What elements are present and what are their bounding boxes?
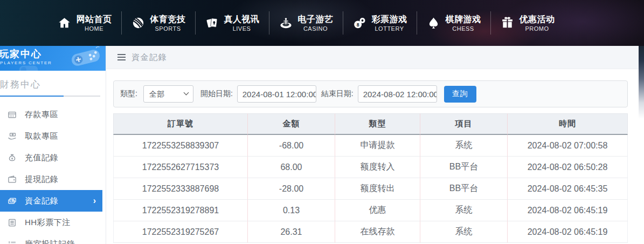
table-row: 1722552319275267 26.31 在线存款 系统 2024-08-0… bbox=[113, 221, 628, 243]
section-underline bbox=[0, 96, 100, 97]
cell-time: 2024-08-02 06:45:19 bbox=[508, 200, 628, 221]
sidebar-item-withdrawal-record[interactable]: 提現記錄 bbox=[0, 168, 102, 190]
cell-type: 在线存款 bbox=[335, 221, 420, 243]
billiard-balls-icon: 8 bbox=[352, 16, 367, 30]
table-row: 1722552333887698 -28.00 额度转出 BB平台 2024-0… bbox=[113, 178, 628, 200]
recharge-record-icon bbox=[8, 153, 17, 162]
sports-ball-icon bbox=[131, 16, 146, 30]
nav-label-en: PROMO bbox=[525, 25, 549, 32]
cell-order-no: 1722552319275267 bbox=[113, 221, 248, 243]
nav-item-lottery[interactable]: 8 彩票游戏 LOTTERY bbox=[343, 8, 417, 39]
page-title: 資金記錄 bbox=[131, 52, 167, 63]
cell-item: 系统 bbox=[420, 221, 508, 243]
nav-label-en: LOTTERY bbox=[375, 25, 404, 32]
nav-item-home[interactable]: 网站首页 HOME bbox=[47, 8, 121, 39]
room-bet-record-icon bbox=[8, 240, 17, 244]
nav-label-zh: 彩票游戏 bbox=[372, 14, 407, 24]
nav-label-en: SPORTS bbox=[155, 25, 181, 32]
sidebar-item-withdraw-zone[interactable]: 取款專區 bbox=[0, 125, 102, 147]
nav-label-zh: 网站首页 bbox=[77, 14, 112, 24]
nav-item-sports[interactable]: 体育竞技 SPORTS bbox=[121, 8, 195, 39]
home-icon bbox=[57, 16, 72, 30]
cell-type: 额度转入 bbox=[335, 157, 420, 178]
nav-label-zh: 优惠活动 bbox=[520, 14, 555, 24]
nav-item-lives[interactable]: 真人视讯 LIVES bbox=[195, 8, 269, 39]
cell-amount: 0.13 bbox=[248, 200, 335, 221]
finance-center-section-label: 財務中心 bbox=[0, 78, 106, 91]
nav-label-zh: 棋牌游戏 bbox=[446, 14, 481, 24]
start-date-label: 開始日期: bbox=[200, 89, 233, 99]
end-date-label: 結束日期: bbox=[321, 89, 354, 99]
table-row: 1722553258839307 -68.00 申请提款 系统 2024-08-… bbox=[113, 135, 628, 157]
column-header-type: 類型 bbox=[335, 113, 420, 135]
type-select[interactable]: 全部 bbox=[143, 85, 193, 103]
nav-item-casino[interactable]: 电子游艺 CASINO bbox=[269, 8, 343, 39]
svg-text:8: 8 bbox=[356, 22, 359, 28]
cell-time: 2024-08-02 06:45:19 bbox=[508, 221, 628, 243]
nav-label-zh: 真人视讯 bbox=[224, 14, 260, 24]
type-label: 類型: bbox=[120, 89, 137, 99]
cell-order-no: 1722553258839307 bbox=[113, 135, 248, 157]
roulette-icon bbox=[279, 16, 293, 30]
cell-amount: -28.00 bbox=[248, 178, 335, 200]
type-select-wrap: 全部 bbox=[143, 85, 193, 103]
cell-item: BB平台 bbox=[420, 157, 508, 178]
withdrawal-record-icon bbox=[8, 175, 17, 184]
players-center-header: 玩家中心 PLAYERS CENTER bbox=[0, 46, 106, 71]
breadcrumb-bar: 資金記錄 bbox=[106, 46, 639, 69]
search-button[interactable]: 查詢 bbox=[444, 86, 476, 103]
nav-label-en: CHESS bbox=[452, 25, 474, 32]
cell-time: 2024-08-02 06:50:28 bbox=[508, 157, 628, 178]
sidebar-item-deposit-zone[interactable]: 存款專區 bbox=[0, 104, 102, 125]
top-nav: 网站首页 HOME 体育竞技 SPORTS 真人视讯 LIVES bbox=[0, 0, 644, 46]
gift-icon bbox=[500, 16, 515, 30]
nav-label-en: LIVES bbox=[233, 25, 251, 32]
funds-record-table: 訂單號 金額 類型 項目 時間 1722553258839307 -68.00 … bbox=[113, 113, 628, 243]
deposit-zone-icon bbox=[8, 110, 17, 119]
lottery-bet-icon bbox=[8, 218, 17, 227]
nav-label-zh: 体育竞技 bbox=[150, 14, 186, 24]
column-header-order-no: 訂單號 bbox=[113, 113, 248, 135]
column-header-item: 項目 bbox=[420, 113, 508, 135]
sidebar-item-funds-record[interactable]: 資金記錄 › bbox=[0, 190, 102, 212]
cell-order-no: 1722552319278891 bbox=[113, 200, 248, 221]
playing-cards-icon bbox=[205, 16, 219, 30]
start-date-input[interactable] bbox=[237, 85, 316, 103]
sidebar-menu: 存款專區 取款專區 充值記錄 提現記錄 bbox=[0, 104, 106, 244]
cell-amount: 26.31 bbox=[248, 221, 335, 243]
page-background-strip bbox=[639, 46, 644, 119]
table-row: 1722552627715373 68.00 额度转入 BB平台 2024-08… bbox=[113, 157, 628, 178]
sidebar-item-label: 資金記錄 bbox=[25, 196, 58, 206]
cell-item: 系统 bbox=[420, 200, 508, 221]
sidebar-item-label: 取款專區 bbox=[25, 131, 58, 141]
cell-amount: -68.00 bbox=[248, 135, 335, 157]
cell-time: 2024-08-02 06:45:35 bbox=[508, 178, 628, 200]
nav-item-chess[interactable]: 棋牌游戏 CHESS bbox=[417, 8, 490, 39]
gamepad-watermark-icon bbox=[17, 62, 40, 71]
cell-type: 额度转出 bbox=[335, 178, 420, 200]
nav-item-promo[interactable]: 优惠活动 PROMO bbox=[490, 8, 564, 39]
menu-toggle-icon[interactable] bbox=[117, 54, 126, 60]
sidebar-item-hh-lottery-bet[interactable]: HH彩票下注 bbox=[0, 212, 102, 233]
column-header-time: 時間 bbox=[508, 113, 628, 135]
cell-order-no: 1722552333887698 bbox=[113, 178, 248, 200]
sidebar-item-recharge-record[interactable]: 充值記錄 bbox=[0, 147, 102, 168]
sidebar-item-label: 廳室投註記錄 bbox=[25, 239, 75, 244]
cell-amount: 68.00 bbox=[248, 157, 335, 178]
cell-type: 申请提款 bbox=[335, 135, 420, 157]
filter-panel: 類型: 全部 開始日期: 結束日期: 查詢 bbox=[113, 80, 628, 107]
end-date-input[interactable] bbox=[358, 85, 437, 103]
nav-label-en: HOME bbox=[85, 25, 103, 32]
nav-label-en: CASINO bbox=[303, 25, 328, 32]
spade-icon bbox=[426, 16, 441, 30]
chevron-right-icon: › bbox=[93, 196, 96, 205]
funds-record-icon bbox=[8, 196, 17, 206]
cell-time: 2024-08-02 07:00:58 bbox=[508, 135, 628, 157]
sidebar-item-label: 充值記錄 bbox=[25, 153, 58, 163]
gamepad-icon bbox=[68, 46, 103, 69]
sidebar-item-label: 提現記錄 bbox=[25, 174, 58, 185]
nav-label-zh: 电子游艺 bbox=[298, 14, 334, 24]
cell-order-no: 1722552627715373 bbox=[113, 157, 248, 178]
sidebar-item-room-bet-record[interactable]: 廳室投註記錄 bbox=[0, 233, 102, 244]
cell-type: 优惠 bbox=[335, 200, 420, 221]
